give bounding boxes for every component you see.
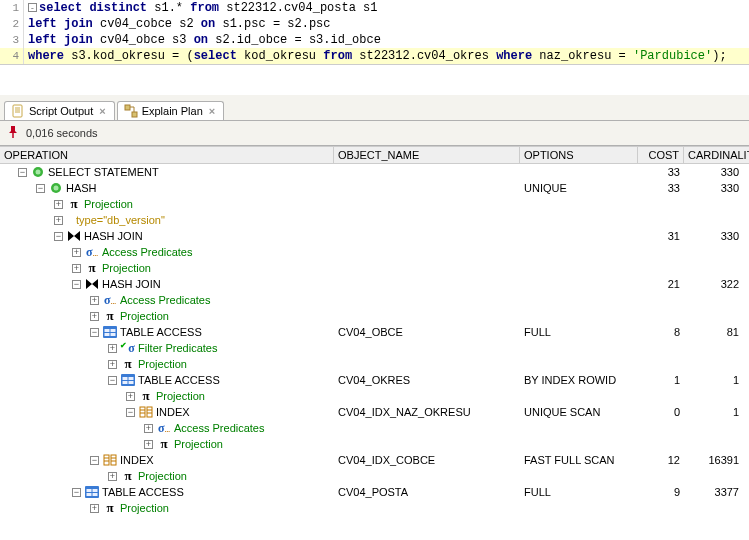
options-value: FULL bbox=[520, 326, 638, 338]
collapse-toggle[interactable]: − bbox=[126, 408, 135, 417]
collapse-toggle[interactable]: − bbox=[90, 456, 99, 465]
expand-toggle[interactable]: + bbox=[72, 248, 81, 257]
disc-green-icon bbox=[31, 165, 45, 179]
expand-toggle[interactable]: + bbox=[126, 392, 135, 401]
col-cost[interactable]: COST bbox=[638, 147, 684, 163]
expand-toggle[interactable]: + bbox=[108, 344, 117, 353]
expand-toggle[interactable]: + bbox=[108, 360, 117, 369]
close-icon[interactable]: × bbox=[97, 105, 107, 117]
access-predicate-icon: σ bbox=[103, 293, 117, 307]
fold-icon[interactable]: - bbox=[28, 3, 37, 12]
plan-row[interactable]: +πProjection bbox=[0, 260, 749, 276]
plan-row[interactable]: −HASH JOIN31330 bbox=[0, 228, 749, 244]
plan-row[interactable]: +πProjection bbox=[0, 196, 749, 212]
plan-row[interactable]: +σAccess Predicates bbox=[0, 420, 749, 436]
plan-row[interactable]: −SELECT STATEMENT33330 bbox=[0, 164, 749, 180]
operation-label: Projection bbox=[156, 390, 205, 402]
plan-row[interactable]: −INDEXCV04_IDX_COBCEFAST FULL SCAN121639… bbox=[0, 452, 749, 468]
collapse-toggle[interactable]: − bbox=[90, 328, 99, 337]
col-options[interactable]: OPTIONS bbox=[520, 147, 638, 163]
svg-rect-21 bbox=[140, 407, 145, 417]
plan-row[interactable]: −TABLE ACCESSCV04_POSTAFULL93377 bbox=[0, 484, 749, 500]
plan-row[interactable]: +σFilter Predicates bbox=[0, 340, 749, 356]
col-cardinality[interactable]: CARDINALITY bbox=[684, 147, 749, 163]
tab-script-output[interactable]: Script Output × bbox=[4, 101, 115, 120]
collapse-toggle[interactable]: − bbox=[72, 280, 81, 289]
sql-code[interactable]: -select distinct s1.* from st22312.cv04_… bbox=[24, 0, 378, 16]
plan-row[interactable]: +πProjection bbox=[0, 500, 749, 516]
pi-icon: π bbox=[157, 437, 171, 451]
cost-value: 9 bbox=[638, 486, 684, 498]
plan-row[interactable]: +πProjection bbox=[0, 468, 749, 484]
expand-toggle[interactable]: + bbox=[144, 440, 153, 449]
operation-label: Projection bbox=[138, 358, 187, 370]
plan-row[interactable]: +πProjection bbox=[0, 356, 749, 372]
close-icon[interactable]: × bbox=[207, 105, 217, 117]
collapse-toggle[interactable]: − bbox=[108, 376, 117, 385]
cost-value: 33 bbox=[638, 166, 684, 178]
sql-code[interactable]: left join cv04_cobce s2 on s1.psc = s2.p… bbox=[24, 16, 331, 32]
cardinality-value: 330 bbox=[684, 182, 749, 194]
plan-row[interactable]: −TABLE ACCESSCV04_OBCEFULL881 bbox=[0, 324, 749, 340]
plan-row[interactable]: −TABLE ACCESSCV04_OKRESBY INDEX ROWID11 bbox=[0, 372, 749, 388]
collapse-toggle[interactable]: − bbox=[36, 184, 45, 193]
expand-toggle[interactable]: + bbox=[54, 216, 63, 225]
access-predicate-icon: σ bbox=[157, 421, 171, 435]
expand-toggle[interactable]: + bbox=[144, 424, 153, 433]
plan-tree[interactable]: −SELECT STATEMENT33330−HASHUNIQUE33330+π… bbox=[0, 164, 749, 516]
col-object-name[interactable]: OBJECT_NAME bbox=[334, 147, 520, 163]
sql-code[interactable]: where s3.kod_okresu = (select kod_okresu… bbox=[24, 48, 727, 64]
plan-row[interactable]: +σAccess Predicates bbox=[0, 244, 749, 260]
sql-line[interactable]: 2left join cv04_cobce s2 on s1.psc = s2.… bbox=[0, 16, 749, 32]
object-name: CV04_IDX_COBCE bbox=[334, 454, 520, 466]
plan-row[interactable]: −HASH JOIN21322 bbox=[0, 276, 749, 292]
sql-line[interactable]: 4where s3.kod_okresu = (select kod_okres… bbox=[0, 48, 749, 64]
options-value: FAST FULL SCAN bbox=[520, 454, 638, 466]
sql-editor[interactable]: 1-select distinct s1.* from st22312.cv04… bbox=[0, 0, 749, 65]
pin-icon[interactable] bbox=[6, 125, 20, 141]
table-icon bbox=[103, 325, 117, 339]
plan-row[interactable]: −HASHUNIQUE33330 bbox=[0, 180, 749, 196]
expand-toggle[interactable]: + bbox=[54, 200, 63, 209]
cardinality-value: 330 bbox=[684, 230, 749, 242]
tab-explain-plan[interactable]: Explain Plan × bbox=[117, 101, 225, 120]
expand-toggle[interactable]: + bbox=[108, 472, 117, 481]
operation-label: HASH JOIN bbox=[84, 230, 143, 242]
plan-row[interactable]: +πProjection bbox=[0, 308, 749, 324]
plan-row[interactable]: +σAccess Predicates bbox=[0, 292, 749, 308]
plan-row[interactable]: −INDEXCV04_IDX_NAZ_OKRESUUNIQUE SCAN01 bbox=[0, 404, 749, 420]
expand-toggle[interactable]: + bbox=[90, 296, 99, 305]
collapse-toggle[interactable]: − bbox=[54, 232, 63, 241]
pi-icon: π bbox=[103, 309, 117, 323]
svg-rect-37 bbox=[93, 493, 98, 496]
filter-predicate-icon: σ bbox=[121, 341, 135, 355]
join-icon bbox=[67, 229, 81, 243]
sql-code[interactable]: left join cv04_obce s3 on s2.id_obce = s… bbox=[24, 32, 381, 48]
expand-toggle[interactable]: + bbox=[72, 264, 81, 273]
expand-toggle[interactable]: + bbox=[90, 504, 99, 513]
cost-value: 0 bbox=[638, 406, 684, 418]
blank-icon bbox=[67, 213, 73, 227]
plan-row[interactable]: +πProjection bbox=[0, 388, 749, 404]
svg-rect-34 bbox=[87, 489, 92, 492]
svg-rect-28 bbox=[111, 455, 116, 465]
plan-row[interactable]: + type="db_version" bbox=[0, 212, 749, 228]
cost-value: 31 bbox=[638, 230, 684, 242]
table-icon bbox=[85, 485, 99, 499]
collapse-toggle[interactable]: − bbox=[18, 168, 27, 177]
sql-line[interactable]: 3left join cv04_obce s3 on s2.id_obce = … bbox=[0, 32, 749, 48]
svg-rect-19 bbox=[123, 381, 128, 384]
cost-value: 21 bbox=[638, 278, 684, 290]
operation-label: TABLE ACCESS bbox=[102, 486, 184, 498]
operation-label: Projection bbox=[174, 438, 223, 450]
index-icon bbox=[139, 405, 153, 419]
result-tabs: Script Output × Explain Plan × bbox=[0, 95, 749, 121]
sql-line[interactable]: 1-select distinct s1.* from st22312.cv04… bbox=[0, 0, 749, 16]
expand-toggle[interactable]: + bbox=[90, 312, 99, 321]
svg-rect-13 bbox=[111, 329, 116, 332]
plan-row[interactable]: +πProjection bbox=[0, 436, 749, 452]
plan-toolbar: 0,016 seconds bbox=[0, 121, 749, 146]
collapse-toggle[interactable]: − bbox=[72, 488, 81, 497]
col-operation[interactable]: OPERATION bbox=[0, 147, 334, 163]
svg-rect-36 bbox=[87, 493, 92, 496]
